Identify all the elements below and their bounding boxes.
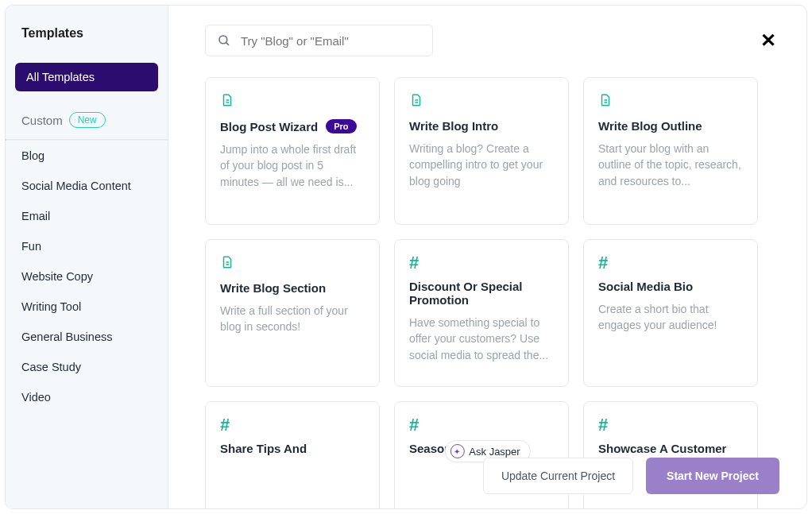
card-title: Write Blog Intro [409,119,498,133]
start-new-project-button[interactable]: Start New Project [646,458,779,494]
ask-jasper-label: Ask Jasper [469,446,520,458]
sidebar-item-video[interactable]: Video [6,382,168,412]
card-title: Share Tips And [220,442,307,455]
templates-modal: Templates All Templates Custom New Blog … [5,5,807,509]
hash-icon: # [598,254,743,272]
sidebar-item-custom[interactable]: Custom New [6,106,168,139]
card-title-row: Discount Or Special Promotion [409,280,554,307]
svg-line-1 [226,42,229,45]
top-row: ✕ [168,6,806,66]
search-icon [217,33,231,48]
new-badge: New [69,112,106,128]
sidebar-item-writing-tool[interactable]: Writing Tool [6,292,168,322]
card-title-row: Social Media Bio [598,280,743,293]
hash-icon: # [409,254,554,272]
template-card[interactable]: Write Blog SectionWrite a full section o… [205,239,380,387]
sidebar-item-fun[interactable]: Fun [6,231,168,261]
card-title: Blog Post Wizard [220,120,318,133]
svg-point-0 [219,36,227,44]
card-description: Jump into a whole first draft of your bl… [220,141,365,190]
sidebar-item-all-templates[interactable]: All Templates [15,63,158,91]
card-title: Write Blog Outline [598,119,702,133]
card-title-row: Share Tips And [220,442,365,455]
card-title: Social Media Bio [598,280,693,293]
sidebar-item-case-study[interactable]: Case Study [6,352,168,382]
hash-icon: # [598,416,743,434]
card-description: Write a full section of your blog in sec… [220,303,365,335]
template-card[interactable]: Write Blog IntroWriting a blog? Create a… [394,77,569,225]
card-title: Discount Or Special Promotion [409,280,554,307]
doc-icon [220,92,365,111]
pro-badge: Pro [326,119,356,133]
doc-icon [598,92,743,111]
card-title-row: Write Blog Intro [409,119,554,133]
hash-icon: # [409,416,554,434]
hash-icon: # [220,416,365,434]
sidebar: Templates All Templates Custom New Blog … [6,6,168,508]
main-panel: ✕ Blog Post WizardProJump into a whole f… [168,6,806,508]
hash-icon: # [409,416,554,434]
custom-label: Custom [21,114,63,127]
doc-icon [409,92,554,111]
footer-actions: Update Current Project Start New Project [483,458,779,494]
card-title: Write Blog Section [220,281,326,295]
hash-icon: # [598,254,743,272]
sidebar-item-website-copy[interactable]: Website Copy [6,261,168,292]
card-description: Have something special to offer your cus… [409,315,554,363]
chat-bubble-icon: ✦ [450,444,464,458]
card-description: Start your blog with an outline of the t… [598,141,743,189]
template-card[interactable]: #Social Media BioCreate a short bio that… [583,239,758,387]
card-title-row: Blog Post WizardPro [220,119,365,133]
hash-icon: # [598,416,743,434]
template-card[interactable]: #Discount Or Special PromotionHave somet… [394,239,569,387]
sidebar-item-social-media[interactable]: Social Media Content [6,171,168,201]
doc-icon [220,254,365,273]
sidebar-item-email[interactable]: Email [6,201,168,231]
card-description: Writing a blog? Create a compelling intr… [409,141,554,189]
hash-icon: # [409,254,554,272]
close-button[interactable]: ✕ [760,31,776,50]
card-title-row: Write Blog Section [220,281,365,295]
template-card[interactable]: Write Blog OutlineStart your blog with a… [583,77,758,225]
sidebar-item-blog[interactable]: Blog [6,141,168,171]
template-card[interactable]: #Share Tips And [205,401,380,508]
sidebar-title: Templates [6,6,168,63]
card-description: Create a short bio that engages your aud… [598,301,743,334]
update-project-button[interactable]: Update Current Project [483,458,633,494]
sidebar-item-general-business[interactable]: General Business [6,322,168,352]
search-input[interactable] [241,34,421,48]
card-title-row: Write Blog Outline [598,119,743,133]
search-box[interactable] [205,25,433,56]
hash-icon: # [220,416,365,434]
template-card[interactable]: Blog Post WizardProJump into a whole fir… [205,77,380,225]
